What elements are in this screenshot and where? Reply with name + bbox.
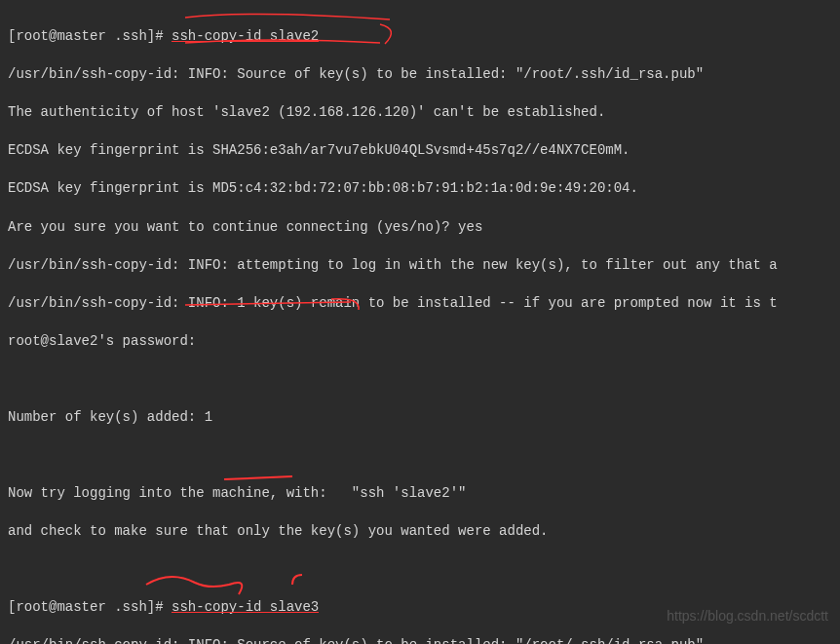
prompt: [root@master .ssh]#: [8, 28, 172, 44]
terminal-output[interactable]: [root@master .ssh]# ssh-copy-id slave2 /…: [8, 8, 832, 644]
blank-line: [8, 446, 832, 465]
output-line: root@slave2's password:: [8, 332, 832, 352]
prompt: [root@master .ssh]#: [8, 599, 172, 615]
output-line: ECDSA key fingerprint is MD5:c4:32:bd:72…: [8, 179, 832, 199]
output-line: ECDSA key fingerprint is SHA256:e3ah/ar7…: [8, 141, 832, 161]
command-ssh-copy-id-slave3: ssh-copy-id slave3: [172, 599, 319, 615]
prompt-line: [root@master .ssh]# ssh-copy-id slave2: [8, 27, 832, 47]
output-line: and check to make sure that only the key…: [8, 522, 832, 542]
output-line: Number of key(s) added: 1: [8, 408, 832, 428]
output-line: /usr/bin/ssh-copy-id: INFO: Source of ke…: [8, 65, 832, 85]
output-line: /usr/bin/ssh-copy-id: INFO: attempting t…: [8, 256, 832, 276]
blank-line: [8, 370, 832, 389]
output-line: Now try logging into the machine, with: …: [8, 484, 832, 504]
output-line: The authenticity of host 'slave2 (192.16…: [8, 103, 832, 123]
output-line: Are you sure you want to continue connec…: [8, 218, 832, 238]
output-line: /usr/bin/ssh-copy-id: INFO: Source of ke…: [8, 636, 832, 644]
blank-line: [8, 560, 832, 579]
output-line: /usr/bin/ssh-copy-id: INFO: 1 key(s) rem…: [8, 294, 832, 314]
command-ssh-copy-id-slave2: ssh-copy-id slave2: [172, 28, 319, 44]
watermark-text: https://blog.csdn.net/scdctt: [667, 607, 828, 626]
